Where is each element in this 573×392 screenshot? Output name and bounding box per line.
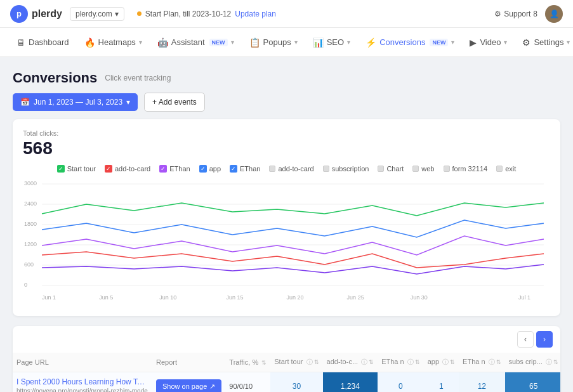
date-range-text: Jun 1, 2023 — Jul 3, 2023 — [34, 98, 122, 107]
nav-item-video[interactable]: ▶ Video ▾ — [463, 34, 513, 51]
page-url-link[interactable]: I Spent 2000 Hours Learning How To Lea..… — [16, 377, 148, 386]
legend-check-icon: ✓ — [57, 165, 65, 173]
chart-legend: ✓ Start tour ✓ add-to-card ✓ EThan ✓ app… — [23, 165, 550, 173]
legend-item-exit: exit — [496, 165, 516, 173]
th-start-tour: Start tour ⓘ⇅ — [270, 353, 322, 372]
gear-icon: ⚙ — [494, 10, 501, 18]
svg-text:Jun 5: Jun 5 — [99, 294, 113, 301]
th-page-url: Page URL — [13, 353, 152, 372]
th-ethan-2: ETha n ⓘ⇅ — [459, 353, 505, 372]
sort-icon: ⇅ — [415, 359, 420, 365]
legend-dot-icon — [496, 166, 503, 172]
legend-dot-icon — [444, 166, 450, 172]
chevron-down-icon: ▾ — [504, 39, 507, 46]
svg-text:0: 0 — [24, 282, 27, 288]
chevron-down-icon: ▾ — [126, 98, 130, 107]
date-range-button[interactable]: 📅 Jun 1, 2023 — Jul 3, 2023 ▾ — [13, 93, 138, 111]
th-add-to-card: add-to-c... ⓘ⇅ — [323, 353, 378, 372]
line-chart: 3000 2400 1800 1200 600 0 Jun 1 — [23, 179, 550, 306]
info-icon: ⓘ — [442, 358, 449, 365]
nav-item-settings[interactable]: ⚙ Settings ▾ — [516, 34, 573, 51]
legend-check-icon: ✓ — [159, 165, 167, 173]
legend-item-add-to-card-2: add-to-card — [269, 165, 313, 173]
info-icon: ⓘ — [489, 358, 495, 365]
assistant-icon: 🤖 — [157, 37, 168, 48]
info-icon: ⓘ — [546, 358, 552, 365]
legend-item-start-tour: ✓ Start tour — [57, 165, 96, 173]
legend-label: EThan — [169, 165, 190, 173]
legend-check-icon: ✓ — [105, 165, 112, 173]
nav-label-seo: SEO — [327, 37, 344, 47]
calendar-icon: 📅 — [20, 98, 30, 107]
settings-icon: ⚙ — [522, 37, 530, 48]
sort-icon: ⇅ — [261, 360, 267, 366]
svg-text:Jun 1: Jun 1 — [42, 294, 56, 301]
domain-selector[interactable]: plerdy.com ▾ — [70, 7, 124, 21]
prev-page-button[interactable]: ‹ — [517, 331, 534, 348]
heatmaps-icon: 🔥 — [84, 37, 95, 48]
svg-text:Jun 25: Jun 25 — [347, 294, 364, 301]
chevron-down-icon: ▾ — [451, 39, 454, 46]
total-clicks-label: Total clicks: — [23, 129, 550, 137]
nav-item-assistant[interactable]: 🤖 Assistant NEW ▾ — [151, 34, 240, 51]
support-label: Support — [504, 10, 530, 18]
legend-label: EThan — [240, 165, 260, 173]
page-title: Conversions — [13, 70, 97, 86]
click-tracking-label: Click event tracking — [105, 74, 171, 82]
chevron-down-icon: ▾ — [115, 10, 119, 18]
nav-item-dashboard[interactable]: 🖥 Dashboard — [10, 34, 76, 51]
chevron-down-icon: ▾ — [294, 39, 298, 46]
svg-text:3000: 3000 — [24, 180, 37, 186]
controls-row: 📅 Jun 1, 2023 — Jul 3, 2023 ▾ + Add even… — [13, 93, 560, 112]
new-badge: NEW — [209, 39, 228, 46]
legend-item-ethan-2: ✓ EThan — [230, 165, 260, 173]
nav-label-conversions: Conversions — [379, 37, 425, 47]
sort-icon: ⇅ — [496, 359, 501, 365]
page-url-cell: I Spent 2000 Hours Learning How To Lea..… — [13, 372, 152, 393]
support-button[interactable]: ⚙ Support 8 — [494, 10, 537, 18]
add-events-button[interactable]: + Add events — [144, 93, 205, 112]
legend-label: subscription — [332, 165, 369, 173]
info-icon: ⓘ — [407, 358, 414, 365]
legend-item-app: ✓ app — [199, 165, 221, 173]
avatar[interactable]: 👤 — [545, 5, 563, 23]
nav-item-popups[interactable]: 📋 Popups ▾ — [243, 34, 304, 51]
svg-text:Jun 30: Jun 30 — [411, 294, 428, 301]
nav-item-conversions[interactable]: ⚡ Conversions NEW ▾ — [359, 34, 461, 51]
legend-dot-icon — [412, 166, 419, 172]
logo-icon: p — [10, 5, 28, 23]
legend-check-icon: ✓ — [230, 165, 237, 173]
conversions-table: Page URL Report Traffic, % ⇅ Start tour … — [13, 353, 560, 392]
nav-item-seo[interactable]: 📊 SEO ▾ — [306, 34, 357, 51]
nav-item-heatmaps[interactable]: 🔥 Heatmaps ▾ — [78, 34, 148, 51]
sort-icon: ⇅ — [450, 359, 455, 365]
legend-item-form: form 32114 — [444, 165, 488, 173]
page-title-row: Conversions Click event tracking — [13, 70, 560, 86]
sort-icon: ⇅ — [314, 359, 319, 365]
show-on-page-button[interactable]: Show on page ↗ — [156, 379, 221, 393]
secondary-navigation: 🖥 Dashboard 🔥 Heatmaps ▾ 🤖 Assistant NEW… — [0, 28, 573, 57]
plan-badge: Start Plan, till 2023-10-12 Update plan — [137, 10, 276, 18]
svg-text:1800: 1800 — [24, 221, 37, 227]
next-page-button[interactable]: › — [536, 331, 553, 348]
chart-card: Total clicks: 568 ✓ Start tour ✓ add-to-… — [13, 119, 560, 316]
logo-text: plerdy — [32, 8, 62, 20]
metric-cell-start-tour: 30 — [270, 372, 322, 393]
legend-item-add-to-card-1: ✓ add-to-card — [105, 165, 150, 173]
table-header-row: Page URL Report Traffic, % ⇅ Start tour … — [13, 353, 560, 372]
support-count: 8 — [533, 10, 537, 18]
legend-label: add-to-card — [115, 165, 150, 173]
video-icon: ▶ — [470, 37, 477, 48]
external-link-icon: ↗ — [209, 382, 215, 391]
plan-dot-icon — [137, 11, 142, 16]
update-plan-link[interactable]: Update plan — [235, 10, 276, 18]
popups-icon: 📋 — [249, 37, 260, 48]
th-traffic: Traffic, % ⇅ — [225, 353, 270, 372]
add-events-label: + Add events — [152, 98, 197, 107]
legend-dot-icon — [269, 166, 275, 172]
legend-check-icon: ✓ — [199, 165, 207, 173]
logo: p plerdy — [10, 5, 62, 23]
chevron-down-icon: ▾ — [347, 39, 350, 46]
nav-label-assistant: Assistant — [171, 37, 205, 47]
info-icon: ⓘ — [306, 358, 313, 365]
